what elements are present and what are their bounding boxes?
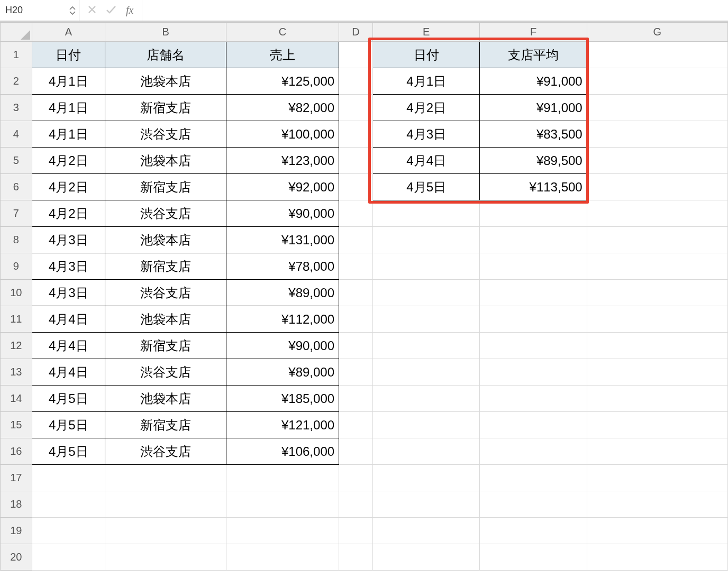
row-header[interactable]: 17 (1, 465, 32, 491)
cell-D9[interactable] (339, 253, 373, 280)
cell-D8[interactable] (339, 227, 373, 253)
row-header[interactable]: 16 (1, 438, 32, 465)
cell-E12[interactable] (372, 333, 479, 359)
cell-D14[interactable] (339, 386, 373, 412)
cell-E19[interactable] (372, 518, 479, 544)
cell-C20[interactable] (226, 544, 339, 571)
cell-C18[interactable] (226, 491, 339, 518)
cell-F14[interactable] (480, 386, 587, 412)
cell-B13[interactable]: 渋谷支店 (105, 359, 226, 386)
cell-B9[interactable]: 新宿支店 (105, 253, 226, 280)
row-header[interactable]: 18 (1, 491, 32, 518)
cell-B8[interactable]: 池袋本店 (105, 227, 226, 253)
cell-A2[interactable]: 4月1日 (32, 68, 105, 95)
cell-C7[interactable]: ¥90,000 (226, 200, 339, 227)
cell-G16[interactable] (587, 438, 727, 465)
cell-B16[interactable]: 渋谷支店 (105, 438, 226, 465)
row-header[interactable]: 19 (1, 518, 32, 544)
cell-G15[interactable] (587, 412, 727, 438)
cell-A14[interactable]: 4月5日 (32, 386, 105, 412)
row-header[interactable]: 12 (1, 333, 32, 359)
cell-E2[interactable]: 4月1日 (372, 68, 479, 95)
cell-B5[interactable]: 池袋本店 (105, 148, 226, 174)
cell-C10[interactable]: ¥89,000 (226, 280, 339, 306)
cell-E11[interactable] (372, 306, 479, 333)
cell-D1[interactable] (339, 42, 373, 68)
cell-B14[interactable]: 池袋本店 (105, 386, 226, 412)
name-box[interactable]: H20 (0, 0, 79, 21)
row-header[interactable]: 13 (1, 359, 32, 386)
row-header[interactable]: 2 (1, 68, 32, 95)
row-header[interactable]: 15 (1, 412, 32, 438)
cell-B19[interactable] (105, 518, 226, 544)
cell-B17[interactable] (105, 465, 226, 491)
cell-A13[interactable]: 4月4日 (32, 359, 105, 386)
cell-G6[interactable] (587, 174, 727, 200)
cell-G14[interactable] (587, 386, 727, 412)
cell-F17[interactable] (480, 465, 587, 491)
cancel-icon[interactable] (88, 4, 96, 16)
row-header[interactable]: 1 (1, 42, 32, 68)
cell-B20[interactable] (105, 544, 226, 571)
cell-A16[interactable]: 4月5日 (32, 438, 105, 465)
cell-G3[interactable] (587, 95, 727, 121)
cell-C14[interactable]: ¥185,000 (226, 386, 339, 412)
cell-C15[interactable]: ¥121,000 (226, 412, 339, 438)
cell-B12[interactable]: 新宿支店 (105, 333, 226, 359)
cell-G20[interactable] (587, 544, 727, 571)
cell-D15[interactable] (339, 412, 373, 438)
cell-G9[interactable] (587, 253, 727, 280)
cell-E4[interactable]: 4月3日 (372, 121, 479, 148)
cell-D6[interactable] (339, 174, 373, 200)
cell-C9[interactable]: ¥78,000 (226, 253, 339, 280)
row-header[interactable]: 6 (1, 174, 32, 200)
cell-F8[interactable] (480, 227, 587, 253)
cell-D17[interactable] (339, 465, 373, 491)
cell-D3[interactable] (339, 95, 373, 121)
cell-D4[interactable] (339, 121, 373, 148)
cell-C11[interactable]: ¥112,000 (226, 306, 339, 333)
cell-G8[interactable] (587, 227, 727, 253)
cell-G13[interactable] (587, 359, 727, 386)
col-header-g[interactable]: G (587, 23, 727, 42)
cell-E3[interactable]: 4月2日 (372, 95, 479, 121)
cell-D11[interactable] (339, 306, 373, 333)
cell-E8[interactable] (372, 227, 479, 253)
formula-input[interactable] (142, 0, 728, 21)
cell-B4[interactable]: 渋谷支店 (105, 121, 226, 148)
cell-C17[interactable] (226, 465, 339, 491)
cell-E17[interactable] (372, 465, 479, 491)
row-header[interactable]: 11 (1, 306, 32, 333)
cell-D16[interactable] (339, 438, 373, 465)
cell-G17[interactable] (587, 465, 727, 491)
cell-A9[interactable]: 4月3日 (32, 253, 105, 280)
cell-G5[interactable] (587, 148, 727, 174)
cell-F3[interactable]: ¥91,000 (480, 95, 587, 121)
cell-G10[interactable] (587, 280, 727, 306)
col-header-f[interactable]: F (480, 23, 587, 42)
cell-G11[interactable] (587, 306, 727, 333)
cell-E16[interactable] (372, 438, 479, 465)
cell-E9[interactable] (372, 253, 479, 280)
cell-A12[interactable]: 4月4日 (32, 333, 105, 359)
cell-G18[interactable] (587, 491, 727, 518)
cell-F2[interactable]: ¥91,000 (480, 68, 587, 95)
row-header[interactable]: 10 (1, 280, 32, 306)
cell-A15[interactable]: 4月5日 (32, 412, 105, 438)
col-header-e[interactable]: E (372, 23, 479, 42)
col-header-b[interactable]: B (105, 23, 226, 42)
cell-B7[interactable]: 渋谷支店 (105, 200, 226, 227)
cell-D20[interactable] (339, 544, 373, 571)
cell-F10[interactable] (480, 280, 587, 306)
cell-F12[interactable] (480, 333, 587, 359)
col-header-a[interactable]: A (32, 23, 105, 42)
cell-B1[interactable]: 店舗名 (105, 42, 226, 68)
cell-B18[interactable] (105, 491, 226, 518)
row-header[interactable]: 14 (1, 386, 32, 412)
cell-E1[interactable]: 日付 (372, 42, 479, 68)
cell-B3[interactable]: 新宿支店 (105, 95, 226, 121)
cell-F19[interactable] (480, 518, 587, 544)
cell-G19[interactable] (587, 518, 727, 544)
cell-F6[interactable]: ¥113,500 (480, 174, 587, 200)
cell-A11[interactable]: 4月4日 (32, 306, 105, 333)
